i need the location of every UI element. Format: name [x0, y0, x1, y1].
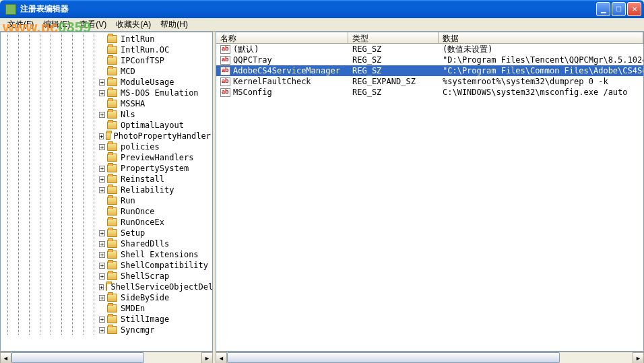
menu-view[interactable]: 查看(V): [75, 18, 111, 32]
expander-icon[interactable]: +: [99, 295, 105, 301]
tree-item[interactable]: +policies: [2, 141, 212, 152]
tree-item[interactable]: MSSHA: [2, 98, 212, 109]
window-controls: ▁ ☐ ✕: [596, 2, 641, 16]
expander-icon[interactable]: +: [99, 241, 105, 247]
tree-label: Nls: [119, 109, 137, 120]
tree-item[interactable]: MCD: [2, 66, 212, 77]
string-value-icon: [220, 45, 230, 54]
tree-item[interactable]: +PhotoPropertyHandler: [2, 131, 212, 141]
tree-item[interactable]: IntlRun.OC: [2, 44, 212, 55]
value-data-cell: C:\WINDOWS\system32\msconfig.exe /auto: [439, 88, 643, 97]
tree-item[interactable]: +ModuleUsage: [2, 77, 212, 88]
tree-item[interactable]: +SideBySide: [2, 292, 212, 303]
tree-label: StillImage: [119, 314, 170, 325]
folder-icon: [107, 326, 117, 334]
menu-file[interactable]: 文件(F): [3, 18, 38, 32]
value-row[interactable]: (默认) REG_SZ (数值未设置): [216, 44, 643, 55]
tree-item[interactable]: +ShellServiceObjectDel: [2, 282, 212, 292]
tree-item[interactable]: +SharedDlls: [2, 238, 212, 249]
menu-edit[interactable]: 编辑(E): [38, 18, 75, 32]
tree-item[interactable]: +PropertySystem: [2, 163, 212, 174]
string-value-icon: [220, 67, 230, 75]
minimize-button[interactable]: ▁: [596, 2, 610, 16]
tree-item[interactable]: +ShellScrap: [2, 271, 212, 282]
list-hscroll[interactable]: ◄ ►: [216, 352, 644, 363]
tree-item[interactable]: IPConfTSP: [2, 55, 212, 66]
expander-icon[interactable]: +: [99, 263, 105, 269]
value-list-panel[interactable]: 名称 类型 数据 (默认) REG_SZ (数值未设置) QQPCTray RE…: [216, 32, 644, 352]
value-row[interactable]: MSConfig REG_SZ C:\WINDOWS\system32\msco…: [216, 87, 643, 98]
tree-item[interactable]: Run: [2, 195, 212, 206]
tree-item[interactable]: OptimalLayout: [2, 120, 212, 131]
tree-item[interactable]: +Reliability: [2, 185, 212, 195]
expander-icon[interactable]: +: [99, 230, 105, 236]
tree-item[interactable]: RunOnceEx: [2, 217, 212, 228]
expander-icon[interactable]: +: [99, 176, 105, 183]
maximize-button[interactable]: ☐: [612, 2, 626, 16]
value-row[interactable]: AdobeCS4ServiceManager REG_SZ "C:\Progra…: [216, 65, 643, 76]
value-data-cell: "C:\Program Files\Common Files\Adobe\CS4…: [439, 66, 643, 75]
menu-favorites[interactable]: 收藏夹(A): [111, 18, 156, 32]
tree-item[interactable]: +Syncmgr: [2, 325, 212, 335]
scroll-left-icon[interactable]: ◄: [216, 352, 227, 363]
expander-icon[interactable]: +: [99, 284, 104, 290]
tree-label: MCD: [119, 66, 137, 77]
expander-icon[interactable]: +: [99, 79, 105, 86]
tree-label: PropertySystem: [119, 163, 190, 174]
expander-icon[interactable]: +: [99, 133, 104, 139]
tree-label: ShellServiceObjectDel: [109, 282, 213, 292]
tree-item[interactable]: IntlRun: [2, 34, 212, 44]
expander-icon[interactable]: +: [99, 252, 105, 258]
scroll-left-icon[interactable]: ◄: [0, 352, 11, 363]
value-data-cell: "D:\Program Files\Tencent\QQPCMgr\8.5.10…: [439, 55, 643, 65]
tree-item[interactable]: +Setup: [2, 228, 212, 238]
value-type-cell: REG_SZ: [348, 66, 439, 75]
expander-icon[interactable]: +: [99, 317, 105, 323]
expander-icon[interactable]: +: [99, 273, 105, 279]
folder-icon: [107, 272, 117, 280]
value-row[interactable]: KernelFaultCheck REG_EXPAND_SZ %systemro…: [216, 76, 643, 87]
scroll-track[interactable]: [227, 352, 633, 363]
folder-icon: [107, 121, 117, 129]
menu-help[interactable]: 帮助(H): [156, 18, 193, 32]
expander-icon[interactable]: +: [99, 144, 105, 150]
string-value-icon: [220, 88, 230, 97]
column-header-data[interactable]: 数据: [439, 32, 643, 43]
column-header-name[interactable]: 名称: [216, 32, 348, 43]
folder-icon: [106, 283, 107, 291]
tree-item[interactable]: +StillImage: [2, 314, 212, 325]
tree-item[interactable]: PreviewHandlers: [2, 152, 212, 163]
expander-icon[interactable]: +: [99, 327, 105, 333]
tree-item[interactable]: +MS-DOS Emulation: [2, 88, 212, 98]
tree-label: SharedDlls: [119, 238, 170, 249]
scroll-right-icon[interactable]: ►: [633, 352, 644, 363]
folder-icon: [107, 304, 117, 312]
tree-item[interactable]: +Reinstall: [2, 174, 212, 185]
registry-tree: IntlRunIntlRun.OCIPConfTSPMCD+ModuleUsag…: [1, 32, 212, 337]
expander-icon[interactable]: +: [99, 90, 105, 96]
tree-panel[interactable]: IntlRunIntlRun.OCIPConfTSPMCD+ModuleUsag…: [0, 32, 213, 352]
tree-item[interactable]: +Nls: [2, 109, 212, 120]
folder-icon: [107, 89, 117, 97]
tree-label: IPConfTSP: [119, 55, 166, 66]
tree-label: Run: [119, 195, 137, 206]
expander-icon[interactable]: +: [99, 187, 105, 193]
folder-icon: [107, 175, 117, 183]
tree-label: policies: [119, 141, 161, 152]
expander-icon[interactable]: +: [99, 166, 105, 172]
tree-item[interactable]: +Shell Extensions: [2, 249, 212, 260]
tree-item[interactable]: RunOnce: [2, 206, 212, 217]
close-button[interactable]: ✕: [627, 2, 641, 16]
content-area: IntlRunIntlRun.OCIPConfTSPMCD+ModuleUsag…: [0, 32, 644, 352]
value-type-cell: REG_SZ: [348, 44, 439, 54]
column-header-type[interactable]: 类型: [348, 32, 439, 43]
scroll-track[interactable]: [11, 352, 201, 363]
value-row[interactable]: QQPCTray REG_SZ "D:\Program Files\Tencen…: [216, 55, 643, 65]
tree-hscroll[interactable]: ◄ ►: [0, 352, 213, 363]
scroll-right-icon[interactable]: ►: [201, 352, 213, 363]
tree-item[interactable]: SMDEn: [2, 303, 212, 314]
menu-bar: 文件(F) 编辑(E) 查看(V) 收藏夹(A) 帮助(H): [0, 18, 644, 32]
folder-icon: [107, 57, 117, 65]
expander-icon[interactable]: +: [99, 112, 105, 118]
tree-item[interactable]: +ShellCompatibility: [2, 260, 212, 271]
